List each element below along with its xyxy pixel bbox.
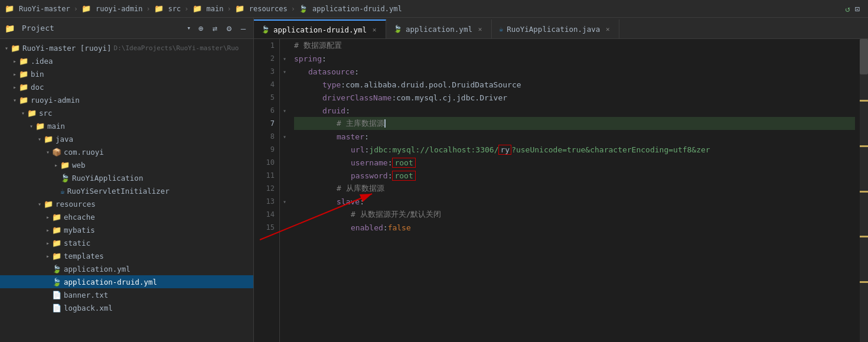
val-driverClassName: com.mysql.cj.jdbc. (396, 93, 479, 102)
tab-application[interactable]: 🍃 application.yml ✕ (386, 19, 492, 38)
line-num-5: 5 (254, 91, 279, 104)
breadcrumb-ruoyi-admin[interactable]: ruoyi-admin (96, 5, 142, 13)
line-num-7: 7 (254, 117, 279, 130)
scroll-gutter[interactable] (860, 39, 868, 342)
sidebar-item-main[interactable]: 📁 main (0, 119, 253, 132)
sidebar-item-idea[interactable]: 📁 .idea (0, 54, 253, 67)
tree-label: ehcache (64, 213, 95, 222)
sidebar-item-static[interactable]: 📁 static (0, 236, 253, 249)
fold-3[interactable]: ▾ (280, 65, 289, 78)
dropdown-arrow[interactable]: ▾ (187, 24, 191, 32)
tab-yaml-icon: 🍃 (393, 25, 402, 33)
fold-11 (280, 169, 289, 182)
key-password: password (351, 171, 388, 180)
tree-label: bin (31, 70, 44, 79)
code-content[interactable]: # 数据源配置 spring: datasource: type: com.al… (289, 39, 860, 342)
sidebar-item-java[interactable]: 📁 java (0, 132, 253, 145)
tree-label: application.yml (64, 265, 130, 273)
restore-icon[interactable]: ⊡ (855, 4, 860, 14)
sidebar-item-mybatis[interactable]: 📁 mybatis (0, 223, 253, 236)
folder-icon: 📁 (19, 57, 28, 66)
tab-application-druid[interactable]: 🍃 application-druid.yml ✕ (254, 19, 386, 38)
fold-5 (280, 91, 289, 104)
sidebar-item-ruoyi-master[interactable]: 📁 RuoYi-master [ruoyi] D:\IdeaProjects\R… (0, 41, 253, 54)
scope-icon[interactable]: ⊕ (195, 24, 206, 33)
refresh-icon[interactable]: ↺ (845, 4, 850, 14)
fold-2[interactable]: ▾ (280, 52, 289, 65)
sidebar-item-templates[interactable]: 📁 templates (0, 249, 253, 262)
tab-ruoyi-application[interactable]: ☕ RuoYiApplication.java ✕ (492, 19, 619, 38)
colon: : (322, 54, 327, 63)
code-line-7: # 主库数据源 (294, 117, 855, 130)
tab-close-button[interactable]: ✕ (603, 25, 612, 33)
tree-arrow (19, 109, 27, 117)
main-area: 📁 Project ▾ ⊕ ⇄ ⚙ — 📁 RuoYi-master [ruoy… (0, 18, 868, 342)
tab-label: RuoYiApplication.java (507, 25, 600, 34)
comment-1: # 数据源配置 (294, 40, 342, 51)
yaml-icon: 🍃 (52, 278, 61, 286)
sidebar-item-doc[interactable]: 📁 doc (0, 80, 253, 93)
sidebar-item-application-yml[interactable]: 🍃 application.yml (0, 262, 253, 275)
sidebar-item-resources[interactable]: 📁 resources (0, 197, 253, 210)
sidebar-item-ehcache[interactable]: 📁 ehcache (0, 210, 253, 223)
line-num-4: 4 (254, 78, 279, 91)
tree-arrow (11, 96, 19, 104)
folder-icon: 📁 (19, 83, 28, 92)
code-line-6: druid: (294, 104, 855, 117)
fold-1 (280, 39, 289, 52)
tree-arrow (11, 83, 19, 91)
tree-label: web (72, 161, 86, 170)
sidebar-item-logback-xml[interactable]: 📄 logback.xml (0, 301, 253, 314)
val-driver: Driver (479, 93, 507, 102)
fold-6[interactable]: ▾ (280, 104, 289, 117)
tab-close-button[interactable]: ✕ (476, 25, 484, 33)
sidebar-item-ruoyi-application[interactable]: 🍃 RuoYiApplication (0, 171, 253, 184)
colon: : (391, 93, 396, 102)
breadcrumb-main[interactable]: main (207, 5, 224, 13)
tree-label: ruoyi-admin (31, 96, 80, 105)
folder-icon: 📁 (35, 122, 45, 131)
sidebar-item-web[interactable]: 📁 web (0, 158, 253, 171)
sidebar-item-ruoyi-servlet[interactable]: ☕ RuoYiServletInitializer (0, 184, 253, 197)
fold-8[interactable]: ▾ (280, 130, 289, 143)
sidebar: 📁 Project ▾ ⊕ ⇄ ⚙ — 📁 RuoYi-master [ruoy… (0, 18, 254, 342)
xml-icon: 📄 (52, 304, 61, 312)
breadcrumb-src[interactable]: src (168, 5, 181, 13)
code-line-9: url: jdbc:mysql://localhost:3306/ry?useU… (294, 143, 855, 156)
sidebar-item-src[interactable]: 📁 src (0, 106, 253, 119)
breadcrumb-file[interactable]: application-druid.yml (312, 5, 402, 13)
tree-arrow (44, 252, 52, 260)
key-spring: spring (294, 54, 322, 63)
breadcrumb-ruoyi-master[interactable]: RuoYi-master (19, 5, 70, 13)
val-type: com.alibaba.druid.pool.DruidDataSource (345, 80, 521, 89)
folder-icon: 📁 (192, 4, 202, 13)
val-username: root (392, 158, 415, 168)
breadcrumb-resources[interactable]: resources (249, 5, 288, 13)
sidebar-item-bin[interactable]: 📁 bin (0, 67, 253, 80)
yaml-icon: 🍃 (52, 265, 61, 273)
sidebar-content[interactable]: 📁 RuoYi-master [ruoyi] D:\IdeaProjects\R… (0, 39, 253, 342)
sidebar-header: 📁 Project ▾ ⊕ ⇄ ⚙ — (0, 18, 253, 39)
line-num-15: 15 (254, 221, 279, 234)
fold-4 (280, 78, 289, 91)
folder-icon: 📁 (235, 4, 244, 13)
colon: : (383, 223, 388, 232)
settings-icon[interactable]: ⚙ (224, 24, 234, 33)
project-icon: 📁 (5, 24, 15, 33)
sidebar-item-ruoyi-admin[interactable]: 📁 ruoyi-admin (0, 93, 253, 106)
line-num-8: 8 (254, 130, 279, 143)
tab-close-button[interactable]: ✕ (370, 26, 378, 34)
scroll-marker-1 (860, 100, 868, 102)
colon: : (354, 67, 359, 76)
collapse-icon[interactable]: ⇄ (210, 24, 220, 33)
minimize-icon[interactable]: — (238, 24, 249, 33)
sidebar-item-banner-txt[interactable]: 📄 banner.txt (0, 288, 253, 301)
tree-arrow (11, 70, 19, 78)
sidebar-item-com-ruoyi[interactable]: 📦 com.ruoyi (0, 145, 253, 158)
folder-icon: 📁 (81, 4, 91, 13)
tree-label: templates (64, 252, 104, 260)
sidebar-item-application-druid-yml[interactable]: 🍃 application-druid.yml (0, 275, 253, 288)
fold-13[interactable]: ▾ (280, 195, 289, 208)
fold-14 (280, 208, 289, 221)
scroll-thumb[interactable] (860, 39, 868, 74)
